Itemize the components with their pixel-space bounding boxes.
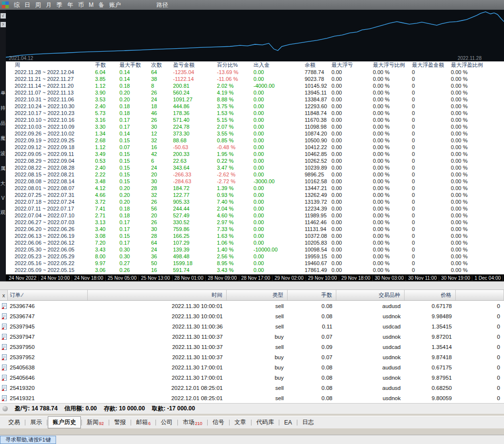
table-row[interactable]: 2022.08.01 ~ 2022.08.074.120.2028184.721…	[6, 185, 504, 192]
table-row[interactable]: 2022.10.24 ~ 2022.10.302.400.1818444.863…	[6, 103, 504, 110]
table-row[interactable]: 2022.08.22 ~ 2022.08.282.400.1524343.643…	[6, 164, 504, 171]
toolbar-item[interactable]: 季	[54, 0, 65, 9]
left-toolbar-button[interactable]: ?	[0, 22, 6, 27]
column-header[interactable]: 盈亏金额	[173, 61, 217, 69]
orders-column-header[interactable]	[456, 290, 504, 300]
table-cell: 7788.74	[305, 69, 331, 76]
table-row[interactable]: 2022.09.19 ~ 2022.09.252.680.153288.680.…	[6, 137, 504, 144]
bottom-tab[interactable]: 市场210	[178, 417, 207, 428]
orders-column-header[interactable]: 交易品种	[336, 290, 405, 300]
left-toolbar-item[interactable]: 大	[0, 180, 5, 187]
order-row[interactable]: 254056462022.11.30 17:00:01buy0.08usdnok…	[0, 372, 504, 383]
left-toolbar-item[interactable]: 属	[0, 165, 5, 172]
order-row[interactable]: 254193212022.12.01 08:25:01sell0.08usdno…	[0, 393, 504, 403]
column-header[interactable]: 最大浮盈金额	[412, 61, 451, 69]
column-header[interactable]: 百分比%	[217, 61, 253, 69]
toolbar-item[interactable]: M	[86, 0, 96, 9]
order-row[interactable]: 254193202022.12.01 08:25:01sell0.08audus…	[0, 383, 504, 393]
toolbar-item[interactable]: 日	[22, 0, 33, 9]
table-row[interactable]: 2022.06.20 ~ 2022.06.263.400.1730759.867…	[6, 226, 504, 232]
toolbar-item[interactable]: 综	[11, 0, 22, 9]
left-toolbar-item[interactable]: 单	[0, 90, 5, 97]
bottom-tab[interactable]: 代码库	[252, 417, 278, 428]
orders-column-header[interactable]: 价格	[405, 290, 456, 300]
table-row[interactable]: 2022.08.15 ~ 2022.08.212.220.1520-266.33…	[6, 171, 504, 178]
table-row[interactable]: 2022.09.12 ~ 2022.09.181.120.0716-50.63-…	[6, 144, 504, 151]
column-header[interactable]: 最大浮亏	[331, 61, 373, 69]
table-row[interactable]: 2022.07.25 ~ 2022.07.314.660.2032122.770…	[6, 192, 504, 198]
column-header[interactable]: 最大浮亏比例	[373, 61, 412, 69]
order-row[interactable]: 253979522022.11.30 11:00:37buy0.07usdnok…	[0, 352, 504, 362]
bottom-tab[interactable]: 警报	[110, 417, 130, 428]
orders-column-header[interactable]: 手数	[288, 290, 336, 300]
table-cell: 0.00	[331, 205, 373, 212]
orders-column-header[interactable]: 类型	[227, 290, 288, 300]
column-header[interactable]: 余额	[305, 61, 331, 69]
table-row[interactable]: 2022.05.16 ~ 2022.05.229.970.27501599.18…	[6, 260, 504, 267]
order-row[interactable]: 253979472022.11.30 11:00:37buy0.07usdnok…	[0, 331, 504, 342]
equity-chart[interactable]: 2021.04.12 2022.11.28	[6, 10, 504, 61]
bottom-tab[interactable]: 交易	[4, 417, 24, 428]
table-row[interactable]: 2022.05.23 ~ 2022.05.298.000.3036498.482…	[6, 253, 504, 260]
column-header[interactable]: 手数	[95, 61, 119, 69]
table-row[interactable]: 2022.09.26 ~ 2022.10.021.340.1412373.303…	[6, 130, 504, 137]
order-row[interactable]: 254056382022.11.30 17:00:01buy0.08audusd…	[0, 362, 504, 372]
table-row[interactable]: 2022.06.27 ~ 2022.07.033.130.1726330.522…	[6, 219, 504, 226]
bottom-tab[interactable]: 展示	[26, 417, 46, 428]
table-row[interactable]: 2022.05.09 ~ 2022.05.153.060.2616591.743…	[6, 267, 504, 273]
left-toolbar-item[interactable]: 波	[0, 150, 5, 157]
table-row[interactable]: 2022.10.31 ~ 2022.11.063.530.20241091.27…	[6, 96, 504, 103]
order-row[interactable]: 253979452022.11.30 11:00:36sell0.11usdca…	[0, 321, 504, 331]
bottom-tab[interactable]: 日志	[298, 417, 318, 428]
close-panel-button[interactable]: x	[0, 290, 8, 300]
table-row[interactable]: 2022.11.14 ~ 2022.11.201.120.188200.812.…	[6, 82, 504, 89]
table-row[interactable]: 2022.05.30 ~ 2022.06.053.430.3024139.391…	[6, 246, 504, 253]
table-row[interactable]: 2022.07.11 ~ 2022.07.177.410.1856244.442…	[6, 205, 504, 212]
table-row[interactable]: 2022.08.29 ~ 2022.09.040.530.15622.630.2…	[6, 157, 504, 164]
left-toolbar-item[interactable]: 持	[0, 105, 5, 112]
table-row[interactable]: 2022.06.06 ~ 2022.06.127.200.1764107.291…	[6, 239, 504, 246]
toolbar-item[interactable]: 备	[96, 0, 107, 9]
table-row[interactable]: 2022.09.05 ~ 2022.09.113.490.1542200.331…	[6, 151, 504, 157]
bottom-tab[interactable]: 邮箱6	[132, 417, 155, 428]
toolbar-item[interactable]: 币	[76, 0, 86, 9]
bottom-tab[interactable]: 文章	[230, 417, 251, 428]
table-row[interactable]: 2022.10.10 ~ 2022.10.163.160.1726571.405…	[6, 116, 504, 123]
toolbar-item[interactable]: 周	[33, 0, 43, 9]
column-header[interactable]: 次数	[151, 61, 173, 69]
column-header[interactable]: 最大手数	[119, 61, 151, 69]
column-header[interactable]: 周	[6, 61, 95, 69]
left-toolbar-item[interactable]: V	[1, 195, 5, 201]
table-cell: 1.63 %	[217, 232, 253, 239]
left-toolbar-item[interactable]: 品	[0, 120, 5, 127]
bottom-tab[interactable]: 信号	[208, 417, 229, 428]
bottom-tab[interactable]: 新闻92	[82, 417, 108, 428]
order-row[interactable]: 253967472022.11.30 10:00:01sell0.08usdno…	[0, 311, 504, 321]
orders-column-header[interactable]: 时间	[88, 290, 227, 300]
toolbar-item-path[interactable]: 路径	[156, 1, 168, 9]
bottom-tab[interactable]: 公司	[156, 417, 177, 428]
toolbar-item[interactable]: 月	[43, 0, 54, 9]
time-axis[interactable]: 24 Nov 202224 Nov 10:0024 Nov 18:0025 No…	[6, 274, 504, 281]
left-toolbar-button[interactable]: √	[0, 13, 6, 19]
order-row[interactable]: 253979502022.11.30 11:00:37sell0.09usdca…	[0, 342, 504, 352]
table-row[interactable]: 2022.11.21 ~ 2022.11.273.850.1438-1122.1…	[6, 76, 504, 82]
table-row[interactable]: 2022.07.18 ~ 2022.07.243.720.2026905.337…	[6, 198, 504, 205]
column-header[interactable]: 出入金	[253, 61, 305, 69]
order-row[interactable]: 253967462022.11.30 10:00:01sell0.08audus…	[0, 301, 504, 311]
toolbar-item[interactable]: 账户	[107, 0, 123, 9]
orders-column-header[interactable]: 订单 ∕	[8, 290, 88, 300]
table-row[interactable]: 2022.06.13 ~ 2022.06.193.080.1528166.251…	[6, 232, 504, 239]
table-row[interactable]: 2022.08.08 ~ 2022.08.143.480.1530-284.63…	[6, 178, 504, 185]
bottom-tab[interactable]: 账户历史	[48, 416, 81, 428]
left-toolbar-item[interactable]: 观	[0, 209, 5, 216]
table-row[interactable]: 2022.07.04 ~ 2022.07.102.710.1820527.494…	[6, 212, 504, 219]
table-row[interactable]: 2022.11.07 ~ 2022.11.133.900.2026560.244…	[6, 89, 504, 96]
column-header[interactable]: 最大浮盈比例	[451, 61, 504, 69]
table-row[interactable]: 2022.10.17 ~ 2022.10.235.730.1846178.361…	[6, 110, 504, 116]
table-row[interactable]: 2022.11.28 ~ 2022.12.046.040.1464-1235.0…	[6, 69, 504, 76]
table-row[interactable]: 2022.10.03 ~ 2022.10.093.300.1730224.782…	[6, 123, 504, 130]
left-toolbar-item[interactable]: 魔	[0, 135, 5, 142]
toolbar-item[interactable]: 年	[65, 0, 76, 9]
bottom-tab[interactable]: EA	[280, 418, 296, 427]
